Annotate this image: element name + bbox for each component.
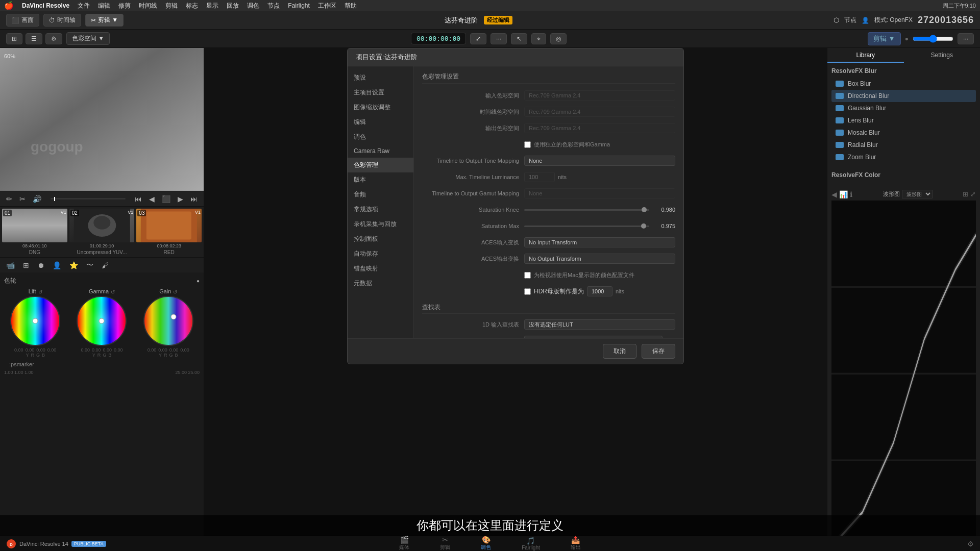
expand-btn[interactable]: ⤢ — [470, 33, 486, 44]
max-luminance-input[interactable] — [524, 172, 555, 182]
aces-input-select[interactable]: No Input Transform — [524, 237, 675, 247]
nav-deliver[interactable]: 📤 输出 — [571, 536, 581, 551]
sidebar-general[interactable]: 常规选项 — [348, 202, 413, 217]
sidebar-control-panel[interactable]: 控制面板 — [348, 232, 413, 246]
node-icon[interactable]: ⬡ — [834, 16, 839, 24]
fx-box-blur[interactable]: Box Blur — [831, 78, 976, 90]
fx-gaussian-blur[interactable]: Gaussian Blur — [831, 102, 976, 114]
sidebar-color[interactable]: 调色 — [348, 130, 413, 144]
color-space-btn[interactable]: 色彩空间 ▼ — [66, 32, 110, 45]
apple-menu[interactable]: 🍎 — [4, 1, 14, 10]
fx-zoom-blur[interactable]: Zoom Blur — [831, 151, 976, 163]
waveform-grid-btn[interactable]: ⊞ — [963, 190, 968, 198]
tone-mapping-select[interactable]: None — [524, 156, 675, 166]
fx-radial-blur[interactable]: Radial Blur — [831, 139, 976, 151]
settings-btn[interactable]: ⚙ — [45, 33, 62, 44]
timeline-color-space-select[interactable]: Rec.709 Gamma 2.4 — [524, 107, 675, 117]
sidebar-image-scale[interactable]: 图像缩放调整 — [348, 100, 413, 115]
nav-edit[interactable]: ✂ 剪辑 — [440, 536, 450, 551]
sidebar-disk-map[interactable]: 错盘映射 — [348, 261, 413, 276]
thumbnail-red[interactable]: 03 V1 00:08:02:23 RED — [136, 209, 202, 255]
menu-playback[interactable]: 回放 — [227, 2, 239, 10]
zoom-slider[interactable] — [913, 35, 953, 43]
gain-wheel[interactable] — [143, 295, 194, 346]
stop-btn[interactable]: ⬛ — [160, 194, 173, 204]
nav-media[interactable]: 🎬 媒体 — [399, 536, 409, 551]
person-btn[interactable]: 👤 — [51, 260, 63, 270]
sidebar-preset[interactable]: 预设 — [348, 70, 413, 85]
saturation-knee-slider[interactable] — [524, 209, 649, 211]
thumbnail-dng[interactable]: 01 V1 08:46:01:10 DNG — [2, 209, 67, 255]
razor-btn[interactable]: ⌖ — [531, 33, 546, 44]
brush-btn[interactable]: 🖌 — [100, 260, 111, 270]
output-color-space-select[interactable]: Rec.709 Gamma 2.4 — [524, 123, 675, 133]
hdr-value-input[interactable] — [587, 286, 612, 296]
menu-mark[interactable]: 标志 — [186, 2, 198, 10]
app-name[interactable]: DaVinci Resolve — [22, 2, 69, 9]
menu-color[interactable]: 调色 — [247, 2, 259, 10]
sidebar-audio[interactable]: 音频 — [348, 187, 413, 202]
cut-btn[interactable]: ✂ — [17, 194, 28, 204]
play-btn[interactable]: ▶ — [176, 194, 185, 204]
skip-start-btn[interactable]: ⏮ — [133, 194, 144, 204]
more-options-btn[interactable]: ··· — [491, 33, 507, 44]
fx-directional-blur[interactable]: Directional Blur — [831, 90, 976, 102]
gamma-wheel[interactable] — [76, 295, 127, 346]
sidebar-main-settings[interactable]: 主项目设置 — [348, 85, 413, 100]
settings-tab[interactable]: Settings — [904, 48, 981, 63]
edit-mode-btn[interactable]: 剪辑 ▼ — [868, 32, 901, 45]
skip-end-btn[interactable]: ⏭ — [188, 194, 200, 204]
nav-fairlight[interactable]: 🎵 Fairlight — [522, 537, 540, 550]
waveform-expand-btn[interactable]: ⤢ — [970, 190, 976, 198]
gamma-reset-btn[interactable]: ↺ — [111, 289, 115, 295]
hdr-checkbox[interactable] — [524, 288, 531, 295]
sidebar-capture[interactable]: 录机采集与回放 — [348, 217, 413, 232]
waveform-type-select[interactable]: 波形图 — [902, 190, 933, 198]
menu-node[interactable]: 节点 — [267, 2, 280, 10]
input-color-space-select[interactable]: Rec.709 Gamma 2.4 — [524, 90, 675, 101]
waveform-chart-btn[interactable]: 📊 — [839, 190, 848, 198]
menu-edit[interactable]: 编辑 — [98, 2, 110, 10]
edit-btn[interactable]: ✂ 剪辑 ▼ — [85, 14, 124, 27]
waveform-left-btn[interactable]: ◀ — [831, 190, 837, 198]
independent-color-space-checkbox[interactable] — [524, 141, 531, 148]
curve-btn[interactable]: 〜 — [84, 260, 95, 271]
settings-gear-btn[interactable]: ⚙ — [967, 540, 974, 548]
screen-btn[interactable]: ⬛ 画面 — [6, 14, 39, 27]
menu-workspace[interactable]: 工作区 — [318, 2, 336, 10]
timeline-btn[interactable]: ⏱ 时间轴 — [43, 14, 81, 27]
cursor-btn[interactable]: ↖ — [511, 33, 527, 44]
gamut-mapping-select[interactable]: None — [524, 188, 675, 198]
nav-color[interactable]: 🎨 调色 — [481, 536, 491, 551]
record-btn[interactable]: ⏺ — [35, 260, 46, 270]
gain-reset-btn[interactable]: ↺ — [173, 289, 177, 295]
sidebar-version[interactable]: 版本 — [348, 172, 413, 187]
smooth-btn[interactable]: ◎ — [550, 33, 567, 44]
menu-clip[interactable]: 剪辑 — [165, 2, 178, 10]
sidebar-auto-save[interactable]: 自动保存 — [348, 246, 413, 261]
thumbnail-yuv[interactable]: 02 V1 01:00:29:10 Uncompressed YUV... — [69, 209, 135, 255]
star-btn[interactable]: ⭐ — [67, 260, 80, 270]
aces-output-select[interactable]: No Output Transform — [524, 254, 675, 264]
menu-help[interactable]: 帮助 — [345, 2, 357, 10]
playhead[interactable] — [54, 197, 55, 201]
save-button[interactable]: 保存 — [642, 344, 675, 359]
sidebar-camera-raw[interactable]: Camera Raw — [348, 144, 413, 158]
mac-display-checkbox[interactable] — [524, 272, 531, 279]
camera-btn[interactable]: 📹 — [4, 260, 17, 270]
lift-wheel[interactable] — [10, 295, 61, 346]
lift-reset-btn[interactable]: ↺ — [38, 289, 42, 295]
menu-fairlight[interactable]: Fairlight — [288, 2, 310, 9]
fx-mosaic-blur[interactable]: Mosaic Blur — [831, 127, 976, 139]
grid-btn[interactable]: ⊞ — [21, 260, 31, 270]
list-view-btn[interactable]: ☰ — [26, 33, 42, 44]
sidebar-color-management[interactable]: 色彩管理 — [348, 158, 413, 172]
audio-btn[interactable]: 🔊 — [31, 194, 43, 204]
saturation-max-slider[interactable] — [524, 226, 649, 227]
grid-view-btn[interactable]: ⊞ — [6, 33, 22, 44]
waveform-info-btn[interactable]: ℹ — [850, 190, 852, 198]
lut-1d-input-select[interactable]: 没有选定任何LUT — [524, 319, 675, 330]
menu-display[interactable]: 显示 — [206, 2, 218, 10]
menu-file[interactable]: 文件 — [78, 2, 90, 10]
prev-frame-btn[interactable]: ◀ — [147, 194, 157, 204]
